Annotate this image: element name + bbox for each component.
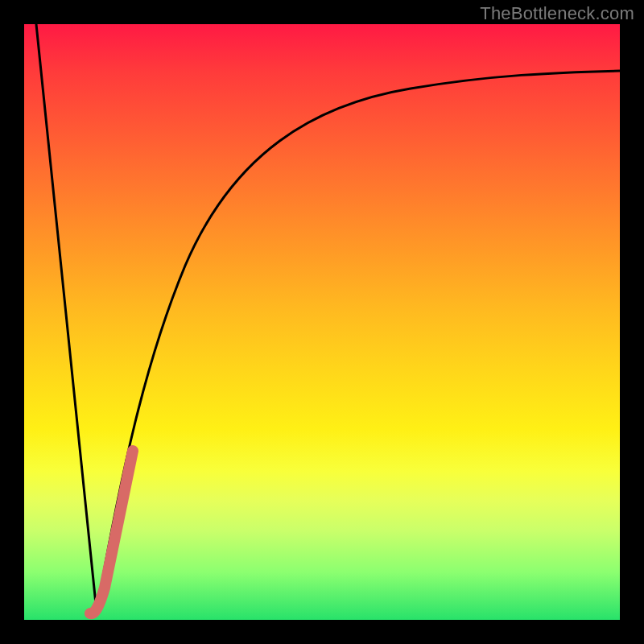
accent-segment [90,451,133,613]
curves-layer [24,24,620,620]
plot-area [24,24,620,620]
curve-left-descent [36,24,97,612]
watermark-text: TheBottleneck.com [480,3,634,24]
curve-right-asymptote [97,71,620,612]
chart-frame: TheBottleneck.com [0,0,644,644]
